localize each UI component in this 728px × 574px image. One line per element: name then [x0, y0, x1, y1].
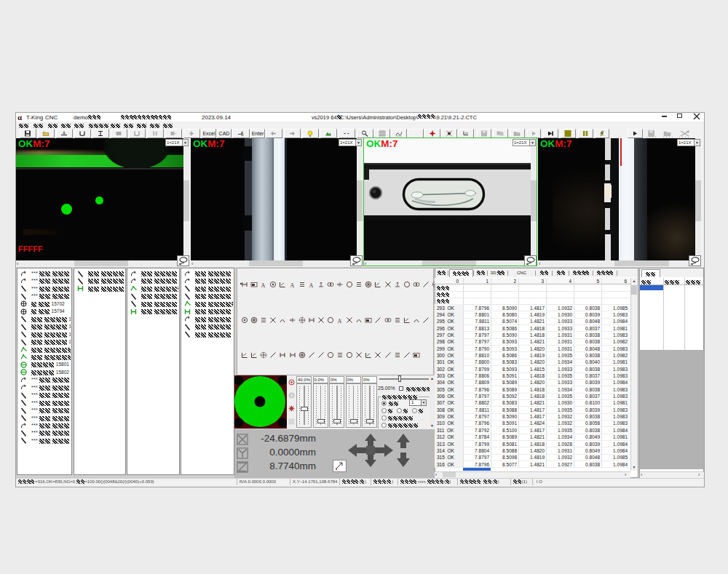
svg-text:A: A [261, 282, 266, 289]
svg-text:B: B [241, 132, 244, 137]
svg-text:A: A [338, 318, 342, 324]
svg-text:α: α [17, 113, 23, 121]
svg-text:A: A [290, 282, 294, 289]
svg-text:A: A [309, 282, 313, 289]
